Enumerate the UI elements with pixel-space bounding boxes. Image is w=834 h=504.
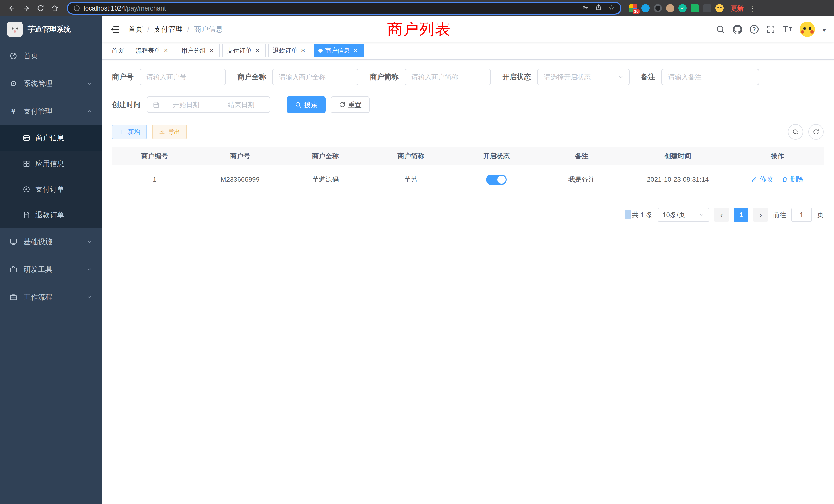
browser-menu-icon[interactable]: ⋮ bbox=[749, 4, 756, 13]
col-header-short-name: 商户简称 bbox=[368, 147, 454, 165]
tab-user-group[interactable]: 用户分组 bbox=[177, 44, 220, 57]
status-select[interactable]: 请选择开启状态 bbox=[537, 69, 630, 85]
sidebar-item-label: 首页 bbox=[24, 51, 38, 61]
tab-home[interactable]: 首页 bbox=[107, 44, 128, 57]
user-avatar[interactable] bbox=[799, 22, 815, 37]
download-icon bbox=[159, 129, 166, 135]
avatar-caret-icon[interactable] bbox=[823, 25, 826, 34]
github-icon[interactable] bbox=[733, 25, 742, 34]
close-icon[interactable] bbox=[162, 47, 170, 54]
sidebar-item-label: 退款订单 bbox=[36, 210, 64, 220]
short-name-input[interactable] bbox=[405, 69, 491, 85]
plus-icon bbox=[118, 129, 125, 135]
extension-check-icon[interactable] bbox=[678, 4, 687, 12]
date-range-picker[interactable]: 开始日期 - 结束日期 bbox=[147, 96, 270, 113]
password-key-icon[interactable] bbox=[581, 4, 589, 13]
pencil-icon bbox=[751, 176, 758, 182]
tab-merchant-info[interactable]: 商户信息 bbox=[314, 44, 364, 57]
extension-badge: 10 bbox=[633, 9, 640, 14]
browser-back-button[interactable] bbox=[5, 2, 19, 15]
close-icon[interactable] bbox=[300, 47, 307, 54]
page-size-select[interactable]: 10条/页 bbox=[658, 208, 709, 222]
browser-home-button[interactable] bbox=[48, 2, 62, 15]
tab-refund-orders[interactable]: 退款订单 bbox=[268, 44, 311, 57]
col-header-create-time: 创建时间 bbox=[624, 147, 731, 165]
breadcrumb-current: 商户信息 bbox=[194, 24, 223, 34]
filter-label: 商户全称 bbox=[237, 72, 266, 82]
close-icon[interactable] bbox=[208, 47, 215, 54]
remark-input[interactable] bbox=[661, 69, 759, 85]
close-icon[interactable] bbox=[352, 47, 359, 54]
extension-doc-icon[interactable] bbox=[691, 4, 699, 12]
search-icon[interactable] bbox=[716, 25, 725, 34]
next-page-button[interactable]: › bbox=[753, 208, 768, 222]
export-button[interactable]: 导出 bbox=[152, 125, 187, 139]
col-header-merchant-no: 商户号 bbox=[197, 147, 283, 165]
filter-create-time: 创建时间 开始日期 - 结束日期 bbox=[112, 96, 270, 113]
fullscreen-icon[interactable] bbox=[766, 25, 775, 34]
dashboard-icon bbox=[9, 52, 18, 60]
bookmark-star-icon[interactable]: ☆ bbox=[608, 5, 615, 12]
full-name-input[interactable] bbox=[272, 69, 358, 85]
extension-avatar-icon[interactable] bbox=[666, 4, 674, 12]
browser-reload-button[interactable] bbox=[34, 2, 47, 15]
goto-prefix: 前往 bbox=[773, 210, 786, 220]
hide-search-button[interactable] bbox=[788, 124, 803, 140]
font-size-icon[interactable] bbox=[783, 25, 792, 34]
reset-button[interactable]: 重置 bbox=[331, 96, 370, 113]
sidebar-item-payment[interactable]: ¥ 支付管理 bbox=[0, 97, 102, 125]
chevron-down-icon bbox=[86, 294, 92, 300]
edit-label: 修改 bbox=[760, 175, 773, 184]
refresh-table-button[interactable] bbox=[808, 124, 824, 140]
sidebar-item-system[interactable]: 系统管理 bbox=[0, 70, 102, 97]
sidebar-item-refund-orders[interactable]: 退款订单 bbox=[0, 202, 102, 228]
col-header-remark: 备注 bbox=[539, 147, 624, 165]
extension-colorful-icon[interactable]: 10 bbox=[629, 4, 637, 12]
goto-page-input[interactable] bbox=[791, 208, 812, 222]
status-toggle[interactable] bbox=[486, 175, 507, 185]
extension-dark-ring-icon[interactable] bbox=[654, 4, 662, 12]
sidebar-item-merchant-info[interactable]: 商户信息 bbox=[0, 125, 102, 151]
current-page-button[interactable]: 1 bbox=[734, 208, 748, 222]
help-icon[interactable] bbox=[750, 25, 759, 33]
breadcrumb-home[interactable]: 首页 bbox=[128, 24, 143, 34]
prev-page-button[interactable]: ‹ bbox=[714, 208, 729, 222]
table-row: 1 M233666999 芋道源码 芋艿 我是备注 2021-10-23 08:… bbox=[112, 165, 824, 194]
breadcrumb-payment[interactable]: 支付管理 bbox=[154, 24, 183, 34]
sidebar-logo[interactable]: 芋道管理系统 bbox=[0, 17, 102, 42]
site-info-icon[interactable] bbox=[73, 5, 80, 12]
credit-card-icon bbox=[23, 134, 30, 142]
add-button[interactable]: 新增 bbox=[112, 125, 147, 139]
sidebar-item-label: 支付管理 bbox=[24, 107, 52, 116]
url-bar[interactable]: localhost:1024/pay/merchant ☆ bbox=[67, 2, 621, 15]
sidebar-item-infrastructure[interactable]: 基础设施 bbox=[0, 228, 102, 256]
extension-emoji-icon[interactable] bbox=[716, 4, 724, 12]
reload-icon bbox=[37, 4, 44, 12]
sidebar-item-workflow[interactable]: 工作流程 bbox=[0, 283, 102, 311]
browser-update-button[interactable]: 更新 bbox=[731, 4, 744, 13]
delete-button[interactable]: 删除 bbox=[782, 175, 804, 184]
sidebar-item-dev-tools[interactable]: 研发工具 bbox=[0, 256, 102, 283]
merchant-no-input[interactable] bbox=[140, 69, 226, 85]
edit-button[interactable]: 修改 bbox=[751, 175, 773, 184]
page-size-value: 10条/页 bbox=[662, 210, 685, 220]
close-icon[interactable] bbox=[254, 47, 261, 54]
sidebar-item-app-info[interactable]: 应用信息 bbox=[0, 151, 102, 177]
sidebar-collapse-button[interactable] bbox=[110, 24, 120, 35]
extension-puzzle-icon[interactable] bbox=[703, 4, 711, 12]
chevron-down-icon bbox=[86, 239, 92, 245]
browser-extensions: 10 bbox=[629, 4, 724, 12]
search-button[interactable]: 搜索 bbox=[287, 96, 326, 113]
browser-forward-button[interactable] bbox=[20, 2, 33, 15]
table-tools bbox=[788, 124, 824, 140]
filter-row-2: 创建时间 开始日期 - 结束日期 搜索 重置 bbox=[112, 96, 824, 113]
sidebar-item-pay-orders[interactable]: 支付订单 bbox=[0, 177, 102, 202]
chevron-down-icon bbox=[86, 81, 92, 87]
sidebar-item-home[interactable]: 首页 bbox=[0, 42, 102, 70]
extension-blue-drop-icon[interactable] bbox=[641, 4, 650, 12]
filter-merchant-no: 商户号 bbox=[112, 69, 226, 85]
payment-submenu: 商户信息 应用信息 支付订单 退款订单 bbox=[0, 125, 102, 228]
tab-process-form[interactable]: 流程表单 bbox=[131, 44, 174, 57]
share-icon[interactable] bbox=[595, 4, 602, 13]
tab-pay-orders[interactable]: 支付订单 bbox=[222, 44, 265, 57]
